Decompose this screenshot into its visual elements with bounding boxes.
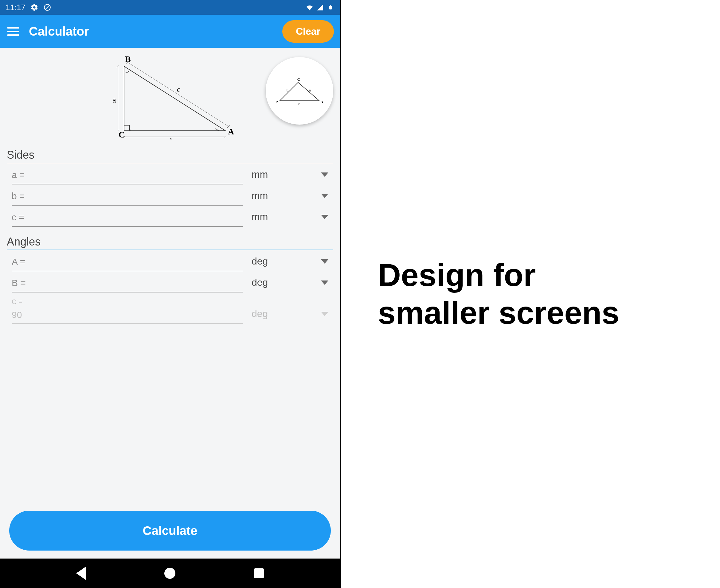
chevron-down-icon <box>321 312 328 316</box>
gear-icon <box>31 3 38 12</box>
nav-recent-icon[interactable] <box>254 568 264 578</box>
field-row-a: a = mm <box>7 163 333 185</box>
statusbar: 11:17 <box>0 0 340 15</box>
wifi-icon <box>306 3 314 12</box>
input-c[interactable]: c = <box>12 212 243 227</box>
app-title: Calculator <box>29 24 273 38</box>
phone-frame: 11:17 Calculator Clear <box>0 0 341 588</box>
battery-icon <box>326 3 335 12</box>
input-C: C = 90 <box>12 298 243 324</box>
svg-text:b: b <box>170 136 174 140</box>
nav-home-icon[interactable] <box>164 568 175 579</box>
svg-text:C: C <box>297 77 300 82</box>
chevron-down-icon <box>321 194 328 198</box>
field-row-A: A = deg <box>7 250 333 271</box>
svg-text:c: c <box>298 102 300 106</box>
unit-select-a[interactable]: mm <box>252 169 328 185</box>
diagram-row: B C A a b c A B C a b c <box>7 54 333 146</box>
calculate-button[interactable]: Calculate <box>9 511 331 550</box>
svg-text:a: a <box>113 96 116 104</box>
statusbar-time: 11:17 <box>5 3 25 12</box>
unit-select-A[interactable]: deg <box>252 256 328 271</box>
content: B C A a b c A B C a b c <box>0 48 340 559</box>
nav-back-icon[interactable] <box>76 567 86 580</box>
svg-text:b: b <box>286 88 288 92</box>
unit-select-C: deg <box>252 308 328 324</box>
input-a[interactable]: a = <box>12 170 243 185</box>
svg-text:C: C <box>119 130 125 139</box>
svg-rect-2 <box>329 6 332 9</box>
menu-icon[interactable] <box>7 27 19 36</box>
svg-rect-5 <box>124 125 129 131</box>
triangle-main-diagram: B C A a b c <box>106 54 235 140</box>
svg-text:B: B <box>320 100 323 104</box>
svg-text:A: A <box>228 127 234 136</box>
unit-select-B[interactable]: deg <box>252 277 328 292</box>
appbar: Calculator Clear <box>0 15 340 48</box>
field-row-B: B = deg <box>7 271 333 292</box>
input-A[interactable]: A = <box>12 256 243 271</box>
section-angles: Angles <box>7 235 333 250</box>
section-sides: Sides <box>7 149 333 163</box>
clear-button[interactable]: Clear <box>282 20 334 43</box>
svg-text:A: A <box>276 100 279 104</box>
chevron-down-icon <box>321 215 328 219</box>
chevron-down-icon <box>321 259 328 264</box>
svg-text:B: B <box>125 54 131 64</box>
slide-text-panel: Design for smaller screens <box>341 0 720 588</box>
field-row-C: C = 90 deg <box>7 292 333 324</box>
svg-rect-3 <box>330 5 331 6</box>
triangle-alt-button[interactable]: A B C a b c <box>266 57 333 125</box>
svg-line-1 <box>45 5 49 9</box>
input-b[interactable]: b = <box>12 191 243 206</box>
signal-icon <box>316 3 324 12</box>
android-navbar <box>0 559 340 588</box>
svg-marker-4 <box>124 66 225 131</box>
svg-line-12 <box>127 62 228 126</box>
chevron-down-icon <box>321 280 328 285</box>
svg-text:c: c <box>177 85 181 94</box>
unit-select-b[interactable]: mm <box>252 190 328 206</box>
svg-marker-21 <box>280 83 319 101</box>
svg-text:a: a <box>309 88 311 92</box>
input-B[interactable]: B = <box>12 278 243 292</box>
slide-heading: Design for smaller screens <box>378 256 619 332</box>
field-row-c: c = mm <box>7 206 333 227</box>
no-icon <box>43 3 51 12</box>
chevron-down-icon <box>321 172 328 177</box>
unit-select-c[interactable]: mm <box>252 211 328 227</box>
field-row-b: b = mm <box>7 185 333 206</box>
